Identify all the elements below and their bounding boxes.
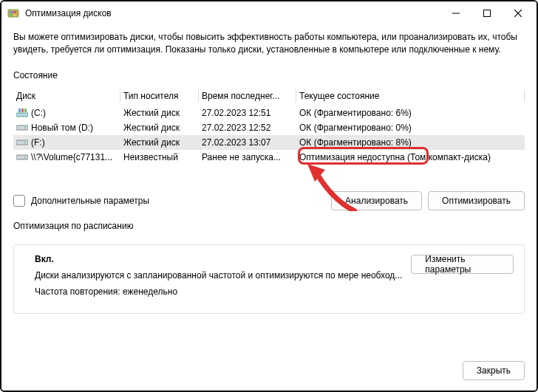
drive-media: Неизвестный: [120, 152, 199, 162]
drive-state: ОК (Фрагментировано: 6%): [296, 108, 525, 118]
table-row[interactable]: (C:) Жесткий диск 27.02.2023 12:51 ОК (Ф…: [13, 106, 525, 120]
table-row[interactable]: (F:) Жесткий диск 27.02.2023 13:07 ОК (Ф…: [13, 135, 525, 150]
drive-media: Жесткий диск: [120, 123, 199, 133]
col-disk[interactable]: Диск: [13, 88, 120, 106]
hdd-icon: [16, 138, 28, 147]
advanced-checkbox[interactable]: [13, 195, 25, 207]
window-title: Оптимизация дисков: [25, 8, 440, 18]
table-header: Диск Тип носителя Время последнег... Тек…: [13, 88, 525, 106]
minimize-button[interactable]: [440, 2, 471, 24]
drive-state: ОК (Фрагментировано: 8%): [296, 137, 525, 148]
hdd-icon: [16, 153, 28, 162]
drive-media: Жесткий диск: [120, 108, 199, 118]
schedule-line2: Частота повторения: еженедельно: [35, 286, 402, 297]
drive-state: ОК (Фрагментировано: 0%): [296, 123, 525, 133]
advanced-label: Дополнительные параметры: [31, 196, 149, 206]
drive-name: (F:): [31, 137, 45, 148]
close-window-button[interactable]: Закрыть: [463, 361, 525, 380]
drives-table: Диск Тип носителя Время последнег... Тек…: [13, 88, 525, 165]
svg-point-14: [24, 127, 26, 128]
drive-name: \\?\Volume{c77131...: [31, 152, 112, 162]
svg-rect-15: [16, 140, 28, 145]
optimize-button[interactable]: Оптимизировать: [428, 191, 525, 210]
drive-name: (C:): [31, 108, 46, 118]
svg-rect-13: [16, 125, 28, 130]
drive-last: Ранее не запуска...: [199, 152, 296, 162]
svg-point-16: [24, 142, 26, 143]
schedule-status: Вкл.: [35, 254, 402, 264]
table-row[interactable]: \\?\Volume{c77131... Неизвестный Ранее н…: [13, 150, 525, 165]
optimize-drives-window: Оптимизация дисков Вы можете оптимизиров…: [1, 1, 537, 391]
svg-rect-2: [13, 11, 16, 13]
svg-rect-10: [18, 109, 21, 112]
app-icon: [7, 7, 19, 19]
schedule-panel: Вкл. Диски анализируются с запланированн…: [13, 244, 525, 314]
drive-last: 27.02.2023 13:07: [199, 137, 296, 148]
svg-rect-11: [21, 109, 24, 112]
state-section-label: Состояние: [13, 70, 525, 80]
svg-rect-4: [13, 14, 16, 16]
svg-point-18: [24, 157, 26, 158]
titlebar: Оптимизация дисков: [1, 1, 537, 25]
col-state[interactable]: Текущее состояние: [296, 88, 525, 106]
table-row[interactable]: Новый том (D:) Жесткий диск 27.02.2023 1…: [13, 120, 525, 135]
col-last[interactable]: Время последнег...: [199, 88, 296, 106]
drive-state: Оптимизация недоступна (Том компакт-диск…: [296, 152, 525, 162]
drive-name: Новый том (D:): [31, 123, 93, 133]
drive-last: 27.02.2023 12:51: [199, 108, 296, 118]
svg-rect-9: [16, 113, 28, 117]
svg-rect-17: [16, 155, 28, 159]
drive-last: 27.02.2023 12:52: [199, 123, 296, 133]
drive-media: Жесткий диск: [120, 137, 199, 148]
col-media[interactable]: Тип носителя: [120, 88, 199, 106]
maximize-button[interactable]: [471, 2, 503, 24]
svg-rect-6: [484, 10, 491, 17]
os-drive-icon: [16, 109, 28, 117]
schedule-section-label: Оптимизация по расписанию: [13, 221, 525, 231]
analyze-button[interactable]: Анализировать: [331, 191, 422, 210]
schedule-line1: Диски анализируются с запланированной ча…: [35, 270, 402, 281]
description-text: Вы можете оптимизировать диски, чтобы по…: [13, 31, 525, 57]
svg-rect-12: [24, 109, 27, 112]
hdd-icon: [16, 123, 28, 132]
close-button[interactable]: [503, 2, 534, 24]
svg-rect-1: [10, 11, 13, 13]
change-settings-button[interactable]: Изменить параметры: [411, 255, 514, 274]
svg-rect-3: [10, 14, 13, 16]
